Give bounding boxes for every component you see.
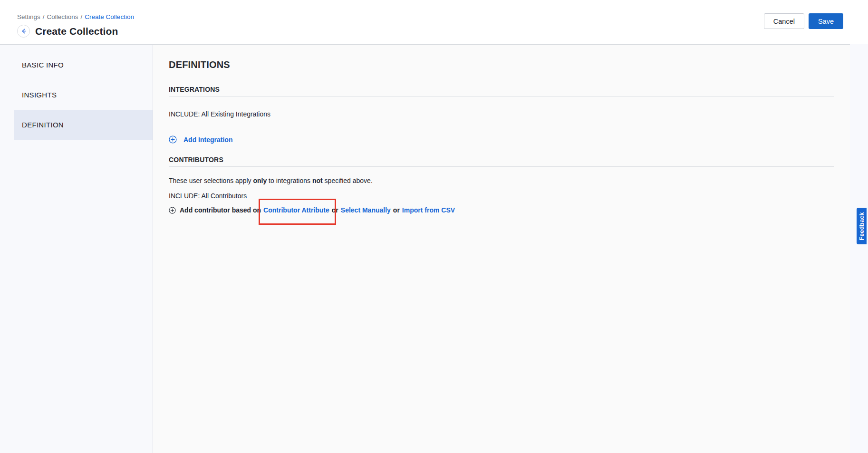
title-row: Create Collection xyxy=(17,25,868,38)
panel-title: DEFINITIONS xyxy=(169,58,834,71)
add-integration-label: Add Integration xyxy=(183,136,232,144)
feedback-tab-label: Feedback xyxy=(858,212,865,240)
arrow-left-icon xyxy=(20,28,27,35)
breadcrumb-separator: / xyxy=(81,13,83,20)
definitions-panel: DEFINITIONS INTEGRATIONS INCLUDE: All Ex… xyxy=(153,44,850,453)
sidebar-item-insights[interactable]: INSIGHTS xyxy=(14,80,153,110)
breadcrumb-separator: / xyxy=(43,13,45,20)
breadcrumb: Settings/Collections/Create Collection xyxy=(17,13,868,21)
right-gutter xyxy=(850,44,868,453)
select-manually-link[interactable]: Select Manually xyxy=(341,206,391,214)
contributors-section-heading: CONTRIBUTORS xyxy=(169,156,834,164)
content-row: BASIC INFO INSIGHTS DEFINITION DEFINITIO… xyxy=(0,44,868,453)
note-bold-only: only xyxy=(253,177,267,184)
contributor-attribute-link[interactable]: Contributor Attribute xyxy=(263,206,329,214)
feedback-tab[interactable]: Feedback xyxy=(857,208,867,244)
sidebar-item-basic-info[interactable]: BASIC INFO xyxy=(14,50,153,80)
breadcrumb-collections[interactable]: Collections xyxy=(47,13,78,20)
breadcrumb-settings[interactable]: Settings xyxy=(17,13,40,20)
note-text: to integrations xyxy=(267,177,312,184)
integrations-include-text: INCLUDE: All Existing Integrations xyxy=(169,110,834,118)
settings-sidebar: BASIC INFO INSIGHTS DEFINITION xyxy=(0,44,153,453)
integrations-section-heading: INTEGRATIONS xyxy=(169,86,834,93)
add-integration-button[interactable]: Add Integration xyxy=(169,135,232,144)
note-text: These user selections apply xyxy=(169,177,253,184)
back-button[interactable] xyxy=(17,25,30,38)
cancel-button[interactable]: Cancel xyxy=(764,13,804,29)
page-title: Create Collection xyxy=(35,26,118,37)
save-button[interactable]: Save xyxy=(809,13,843,29)
section-divider xyxy=(169,166,834,167)
contributors-note: These user selections apply only to inte… xyxy=(169,177,834,185)
note-bold-not: not xyxy=(312,177,323,184)
section-divider xyxy=(169,96,834,96)
or-label: or xyxy=(393,206,400,214)
breadcrumb-current[interactable]: Create Collection xyxy=(85,13,134,20)
contributor-attribute-wrap: Contributor Attribute xyxy=(263,206,329,214)
sidebar-item-definition[interactable]: DEFINITION xyxy=(14,110,153,140)
plus-circle-icon xyxy=(169,135,177,144)
note-text: specified above. xyxy=(323,177,373,184)
header-actions: Cancel Save xyxy=(764,13,843,29)
or-label: or xyxy=(332,206,338,214)
add-contributor-row: Add contributor based on Contributor Att… xyxy=(169,206,834,214)
plus-circle-icon xyxy=(169,207,177,214)
page-header: Settings/Collections/Create Collection C… xyxy=(0,0,868,44)
contributors-include-text: INCLUDE: All Contributors xyxy=(169,192,834,200)
import-from-csv-link[interactable]: Import from CSV xyxy=(402,206,455,214)
add-contributor-prefix: Add contributor based on xyxy=(180,206,261,214)
